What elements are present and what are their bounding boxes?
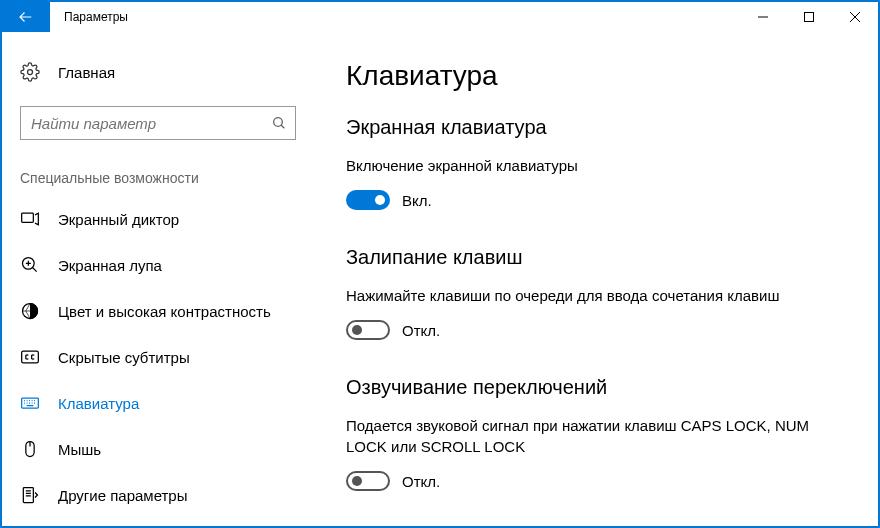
section-desc: Нажимайте клавиши по очереди для ввода с… [346,285,838,306]
main-content: Клавиатура Экранная клавиатура Включение… [314,32,878,526]
gear-icon [20,62,40,82]
sidebar-item-magnifier[interactable]: Экранная лупа [2,242,314,288]
section-desc: Включение экранной клавиатуры [346,155,838,176]
section-toggle-keys: Озвучивание переключений Подается звуков… [346,376,838,491]
sidebar-item-label: Мышь [58,441,101,458]
svg-rect-9 [23,488,33,503]
toggle-knob [352,476,362,486]
sidebar-item-label: Цвет и высокая контрастность [58,303,271,320]
keyboard-icon [20,393,40,413]
sidebar-item-label: Экранный диктор [58,211,179,228]
maximize-icon [804,12,814,22]
toggle-row: Откл. [346,471,838,491]
magnifier-icon [20,255,40,275]
body: Главная Специальные возможности Экранный… [2,32,878,526]
nav-list: Экранный диктор Экранная лупа Цвет и выс… [2,196,314,518]
sidebar-item-mouse[interactable]: Мышь [2,426,314,472]
search-box[interactable] [20,106,296,140]
toggle-state-label: Откл. [402,322,440,339]
back-arrow-icon [17,8,35,26]
window-controls [740,2,878,32]
sidebar-item-closed-captions[interactable]: Скрытые субтитры [2,334,314,380]
svg-rect-0 [805,13,814,22]
toggle-knob [352,325,362,335]
title-bar: Параметры [2,2,878,32]
maximize-button[interactable] [786,2,832,32]
section-title: Озвучивание переключений [346,376,838,399]
narrator-icon [20,209,40,229]
back-button[interactable] [2,2,50,32]
close-button[interactable] [832,2,878,32]
color-contrast-icon [20,301,40,321]
sidebar: Главная Специальные возможности Экранный… [2,32,314,526]
closed-captions-icon [20,347,40,367]
sidebar-item-label: Другие параметры [58,487,188,504]
toggle-keys-toggle[interactable] [346,471,390,491]
sidebar-item-narrator[interactable]: Экранный диктор [2,196,314,242]
sidebar-item-label: Экранная лупа [58,257,162,274]
sidebar-item-other-options[interactable]: Другие параметры [2,472,314,518]
svg-rect-6 [22,351,39,363]
home-item[interactable]: Главная [2,52,314,92]
settings-window: Параметры Главная [2,2,878,526]
toggle-row: Откл. [346,320,838,340]
sticky-keys-toggle[interactable] [346,320,390,340]
minimize-icon [758,12,768,22]
search-icon [271,115,287,131]
sidebar-item-label: Клавиатура [58,395,139,412]
toggle-knob [375,195,385,205]
toggle-state-label: Откл. [402,473,440,490]
other-options-icon [20,485,40,505]
toggle-state-label: Вкл. [402,192,432,209]
section-title: Залипание клавиш [346,246,838,269]
group-header: Специальные возможности [2,140,314,196]
section-title: Экранная клавиатура [346,116,838,139]
sidebar-item-label: Скрытые субтитры [58,349,190,366]
search-input[interactable] [31,115,271,132]
window-title: Параметры [50,10,740,24]
home-label: Главная [58,64,115,81]
sidebar-item-color-contrast[interactable]: Цвет и высокая контрастность [2,288,314,334]
section-desc: Подается звуковой сигнал при нажатии кла… [346,415,838,457]
mouse-icon [20,439,40,459]
section-sticky-keys: Залипание клавиш Нажимайте клавиши по оч… [346,246,838,340]
svg-point-1 [28,70,33,75]
svg-rect-3 [22,213,34,222]
toggle-row: Вкл. [346,190,838,210]
onscreen-keyboard-toggle[interactable] [346,190,390,210]
minimize-button[interactable] [740,2,786,32]
page-title: Клавиатура [346,60,838,92]
section-onscreen-keyboard: Экранная клавиатура Включение экранной к… [346,116,838,210]
close-icon [850,12,860,22]
sidebar-item-keyboard[interactable]: Клавиатура [2,380,314,426]
